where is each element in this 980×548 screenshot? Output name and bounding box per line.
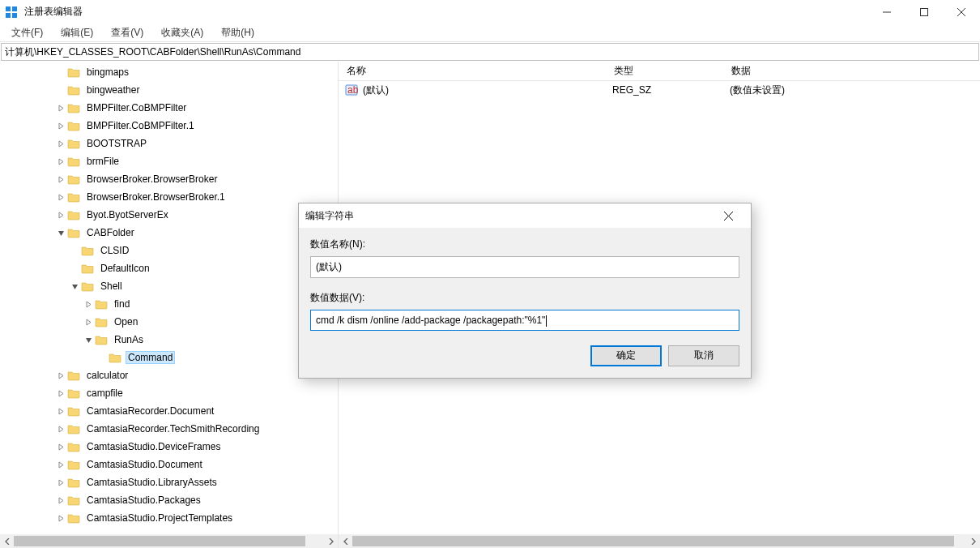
tree-node[interactable]: BMPFilter.CoBMPFilter (0, 99, 338, 117)
svg-rect-2 (6, 13, 11, 18)
folder-icon (67, 156, 80, 167)
minimize-button[interactable] (868, 0, 905, 24)
chevron-right-icon[interactable] (56, 406, 66, 416)
chevron-right-icon[interactable] (56, 121, 66, 131)
chevron-right-icon[interactable] (56, 370, 66, 380)
tree-node[interactable]: CABFolder (0, 224, 338, 242)
col-header-name[interactable]: 名称 (347, 64, 614, 78)
folder-icon (67, 477, 80, 488)
tree-node[interactable]: CamtasiaStudio.ProjectTemplates (0, 509, 338, 527)
maximize-button[interactable] (905, 0, 943, 24)
tree-node-label: BOOTSTRAP (84, 137, 149, 150)
tree-node-label: calculator (84, 369, 130, 382)
chevron-right-icon[interactable] (56, 103, 66, 113)
chevron-right-icon[interactable] (56, 495, 66, 505)
chevron-right-icon[interactable] (56, 139, 66, 148)
tree-node[interactable]: BOOTSTRAP (0, 135, 338, 152)
menu-edit[interactable]: 编辑(E) (58, 24, 96, 41)
scroll-left-icon[interactable] (0, 534, 14, 548)
tree-node-label: CamtasiaStudio.LibraryAssets (84, 476, 219, 489)
chevron-down-icon[interactable] (70, 281, 79, 291)
folder-icon (67, 405, 80, 417)
chevron-right-icon[interactable] (56, 442, 66, 452)
menu-view[interactable]: 查看(V) (108, 24, 147, 41)
tree-node-label: Open (112, 315, 140, 328)
tree-node[interactable]: campfile (0, 384, 338, 402)
tree-node[interactable]: bingweather (0, 81, 338, 99)
scroll-right-icon[interactable] (324, 534, 338, 548)
tree-node[interactable]: brmFile (0, 152, 338, 170)
tree-node[interactable]: CamtasiaRecorder.TechSmithRecording (0, 420, 338, 438)
address-bar[interactable]: 计算机\HKEY_CLASSES_ROOT\CABFolder\Shell\Ru… (1, 43, 979, 61)
edit-string-dialog: 编辑字符串 数值名称(N): (默认) 数值数据(V): cmd /k dism… (298, 203, 752, 379)
tree-node-label: CLSID (98, 244, 131, 257)
ok-button[interactable]: 确定 (590, 345, 662, 366)
chevron-right-icon[interactable] (56, 513, 66, 523)
close-button[interactable] (943, 0, 980, 24)
tree-node[interactable]: CamtasiaStudio.Document (0, 456, 338, 473)
dialog-titlebar[interactable]: 编辑字符串 (299, 203, 751, 228)
chevron-right-icon[interactable] (56, 424, 66, 434)
tree-node[interactable]: CamtasiaRecorder.Document (0, 402, 338, 420)
chevron-right-icon[interactable] (83, 317, 93, 327)
scroll-thumb[interactable] (14, 536, 305, 546)
col-header-type[interactable]: 类型 (614, 64, 731, 78)
value-list[interactable]: ab(默认)REG_SZ(数值未设置) (339, 81, 980, 99)
tree-node[interactable]: CLSID (0, 242, 338, 259)
chevron-right-icon[interactable] (56, 388, 66, 398)
tree-node[interactable]: CamtasiaStudio.DeviceFrames (0, 438, 338, 456)
menu-help[interactable]: 帮助(H) (218, 24, 258, 41)
chevron-right-icon[interactable] (56, 174, 66, 184)
scroll-left-icon[interactable] (339, 534, 352, 548)
app-icon (5, 6, 18, 19)
tree-node-label: CamtasiaStudio.Packages (84, 494, 203, 507)
value-name-label: 数值名称(N): (310, 238, 739, 251)
tree-node[interactable]: BrowserBroker.BrowserBroker.1 (0, 188, 338, 206)
value-data-field[interactable]: cmd /k dism /online /add-package /packag… (310, 310, 739, 331)
chevron-down-icon[interactable] (56, 228, 66, 238)
cancel-button[interactable]: 取消 (668, 345, 739, 366)
dialog-title: 编辑字符串 (305, 209, 712, 223)
menu-favorites[interactable]: 收藏夹(A) (158, 24, 207, 41)
menu-file[interactable]: 文件(F) (8, 24, 46, 41)
chevron-right-icon[interactable] (56, 477, 66, 487)
tree-node[interactable]: Command (0, 349, 338, 366)
chevron-right-icon[interactable] (83, 299, 93, 309)
chevron-right-icon[interactable] (56, 210, 66, 220)
dialog-close-button[interactable] (712, 204, 744, 227)
tree-hscrollbar[interactable] (0, 534, 338, 548)
chevron-right-icon[interactable] (56, 460, 66, 469)
tree-node[interactable]: BMPFilter.CoBMPFilter.1 (0, 117, 338, 135)
list-item[interactable]: ab(默认)REG_SZ(数值未设置) (339, 81, 980, 99)
folder-icon (67, 138, 80, 149)
tree-node[interactable]: calculator (0, 366, 338, 384)
chevron-right-icon[interactable] (56, 192, 66, 202)
tree-node[interactable]: Open (0, 313, 338, 331)
tree-node[interactable]: RunAs (0, 331, 338, 349)
tree-node-label: BrowserBroker.BrowserBroker (84, 173, 219, 186)
scroll-right-icon[interactable] (966, 534, 980, 548)
tree-node-label: CamtasiaRecorder.Document (84, 405, 216, 417)
tree-node[interactable]: Shell (0, 277, 338, 295)
address-text: 计算机\HKEY_CLASSES_ROOT\CABFolder\Shell\Ru… (5, 45, 300, 59)
tree-node[interactable]: BrowserBroker.BrowserBroker (0, 170, 338, 188)
registry-tree[interactable]: bingmapsbingweatherBMPFilter.CoBMPFilter… (0, 62, 338, 530)
tree-node[interactable]: find (0, 295, 338, 313)
tree-node[interactable]: bingmaps (0, 63, 338, 81)
list-header: 名称 类型 数据 (339, 62, 980, 81)
tree-node-label: Byot.ByotServerEx (84, 208, 171, 221)
tree-node[interactable]: Byot.ByotServerEx (0, 206, 338, 224)
value-name-field[interactable]: (默认) (310, 256, 739, 278)
scroll-thumb[interactable] (352, 536, 954, 546)
chevron-down-icon[interactable] (83, 335, 93, 345)
chevron-right-icon[interactable] (56, 156, 66, 166)
tree-node[interactable]: CamtasiaStudio.LibraryAssets (0, 473, 338, 491)
tree-node[interactable]: DefaultIcon (0, 259, 338, 277)
tree-node[interactable]: CamtasiaStudio.Packages (0, 491, 338, 509)
tree-node-label: brmFile (84, 155, 121, 168)
folder-icon (67, 459, 80, 470)
tree-node-label: bingweather (84, 83, 142, 96)
list-hscrollbar[interactable] (339, 534, 980, 548)
col-header-data[interactable]: 数据 (731, 64, 980, 78)
folder-icon (67, 191, 80, 203)
